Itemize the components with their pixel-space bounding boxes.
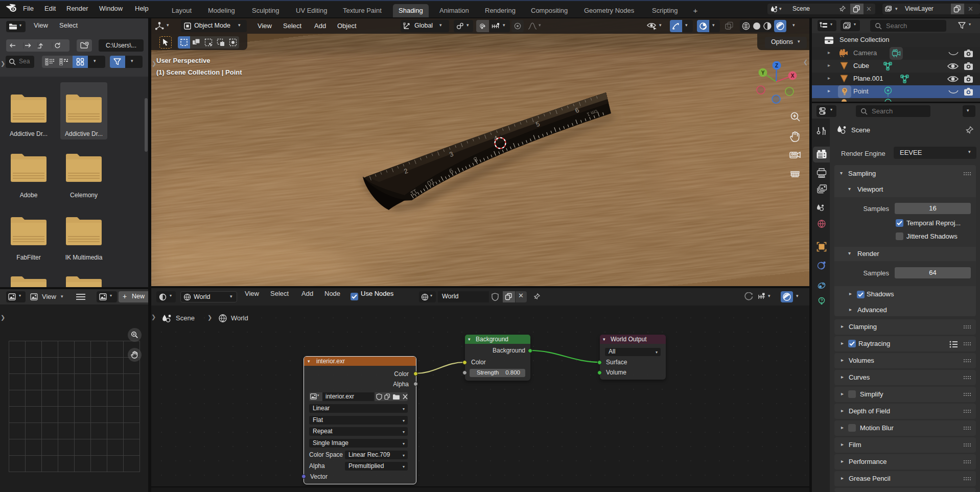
svg-text:Y: Y xyxy=(761,70,765,76)
svg-text:X: X xyxy=(791,73,795,79)
svg-text:Z: Z xyxy=(775,63,778,68)
